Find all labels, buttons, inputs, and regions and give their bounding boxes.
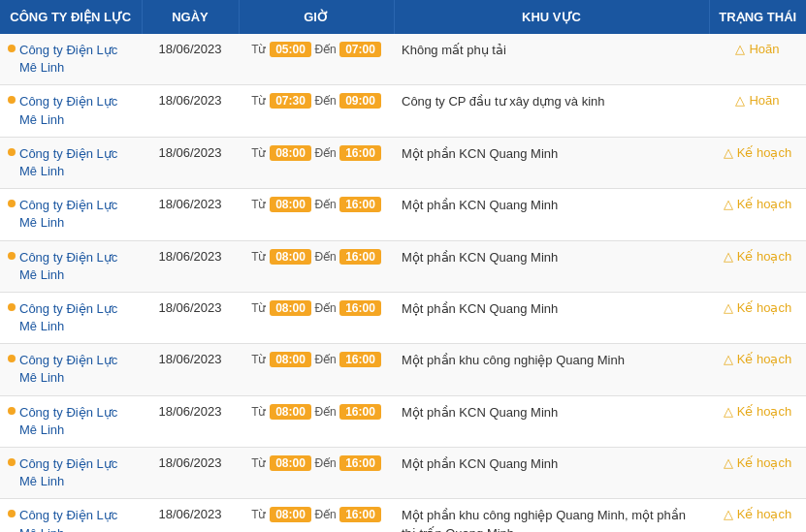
outage-table: CÔNG TY ĐIỆN LỰC NGÀY GIỜ KHU VỰC TRẠNG … [0, 0, 806, 532]
status-cell: △ Kế hoạch [709, 499, 806, 532]
to-time: 16:00 [339, 404, 381, 420]
time-cell: Từ 05:00 Đến 07:00 [239, 34, 394, 85]
status-cell: △ Hoãn [709, 85, 806, 137]
status-label: Kế hoạch [737, 507, 791, 521]
company-dot-icon [8, 458, 16, 466]
from-label: Từ [251, 198, 266, 211]
to-time: 16:00 [339, 455, 381, 471]
to-time: 07:00 [339, 42, 381, 57]
to-label: Đến [314, 250, 339, 264]
date-cell: 18/06/2023 [142, 240, 239, 292]
date-cell: 18/06/2023 [142, 499, 239, 532]
company-cell: Công ty Điện Lực Mê Linh [0, 85, 142, 137]
warning-icon: △ [735, 93, 745, 108]
header-area: KHU VỰC [394, 0, 709, 34]
status-label: Hoãn [749, 42, 779, 56]
status-cell: △ Kế hoạch [709, 395, 806, 447]
status-badge: △ Kế hoạch [724, 300, 791, 315]
warning-icon: △ [724, 404, 733, 419]
from-time: 08:00 [270, 404, 311, 420]
date-cell: 18/06/2023 [142, 344, 239, 395]
from-time: 08:00 [270, 197, 311, 212]
company-name: Công ty Điện Lực Mê Linh [19, 93, 134, 128]
to-time: 09:00 [339, 93, 381, 109]
company-name: Công ty Điện Lực Mê Linh [19, 42, 134, 77]
company-dot-icon [8, 355, 16, 362]
time-cell: Từ 08:00 Đến 16:00 [239, 240, 394, 292]
from-time: 08:00 [270, 145, 311, 161]
status-cell: △ Kế hoạch [709, 137, 806, 188]
to-time: 16:00 [339, 145, 381, 161]
status-badge: △ Kế hoạch [724, 404, 791, 419]
to-label: Đến [314, 146, 339, 160]
main-container: CÔNG TY ĐIỆN LỰC NGÀY GIỜ KHU VỰC TRẠNG … [0, 0, 806, 532]
date-cell: 18/06/2023 [142, 292, 239, 343]
date-cell: 18/06/2023 [142, 137, 239, 188]
table-row: Công ty Điện Lực Mê Linh 18/06/2023 Từ 0… [0, 34, 806, 85]
company-name: Công ty Điện Lực Mê Linh [19, 352, 134, 387]
area-cell: Công ty CP đầu tư xây dựng và kinh [394, 85, 709, 137]
from-time: 07:30 [270, 93, 311, 109]
from-time: 08:00 [270, 455, 311, 471]
company-cell: Công ty Điện Lực Mê Linh [0, 240, 142, 292]
time-cell: Từ 08:00 Đến 16:00 [239, 137, 394, 188]
from-label: Từ [251, 250, 266, 264]
area-cell: Một phần khu công nghiệp Quang Minh [394, 344, 709, 395]
company-cell: Công ty Điện Lực Mê Linh [0, 448, 142, 499]
status-cell: △ Kế hoạch [709, 292, 806, 343]
time-cell: Từ 08:00 Đến 16:00 [239, 292, 394, 343]
status-badge: △ Kế hoạch [724, 145, 791, 160]
header-company: CÔNG TY ĐIỆN LỰC [0, 0, 142, 34]
status-label: Kế hoạch [737, 197, 791, 211]
status-badge: △ Hoãn [735, 93, 779, 108]
company-dot-icon [8, 303, 16, 311]
company-cell: Công ty Điện Lực Mê Linh [0, 189, 142, 240]
company-dot-icon [8, 148, 16, 156]
to-time: 16:00 [339, 507, 381, 522]
company-dot-icon [8, 407, 16, 415]
area-cell: Không mất phụ tải [394, 34, 709, 85]
time-cell: Từ 08:00 Đến 16:00 [239, 499, 394, 532]
to-label: Đến [314, 353, 339, 366]
from-label: Từ [251, 405, 266, 419]
table-row: Công ty Điện Lực Mê Linh 18/06/2023 Từ 0… [0, 499, 806, 532]
from-label: Từ [251, 456, 266, 470]
company-name: Công ty Điện Lực Mê Linh [19, 145, 134, 180]
to-label: Đến [314, 405, 339, 419]
area-cell: Một phần KCN Quang Minh [394, 395, 709, 447]
status-badge: △ Kế hoạch [724, 455, 791, 470]
status-label: Hoãn [749, 93, 779, 108]
company-name: Công ty Điện Lực Mê Linh [19, 300, 134, 335]
area-cell: Một phần KCN Quang Minh [394, 448, 709, 499]
date-cell: 18/06/2023 [142, 189, 239, 240]
status-label: Kế hoạch [737, 145, 791, 160]
from-label: Từ [251, 353, 266, 366]
warning-icon: △ [724, 507, 733, 521]
from-time: 08:00 [270, 352, 311, 367]
table-row: Công ty Điện Lực Mê Linh 18/06/2023 Từ 0… [0, 137, 806, 188]
to-label: Đến [314, 456, 339, 470]
status-cell: △ Kế hoạch [709, 344, 806, 395]
company-dot-icon [8, 96, 16, 104]
warning-icon: △ [724, 145, 733, 160]
to-label: Đến [314, 301, 339, 315]
company-dot-icon [8, 510, 16, 517]
header-time: GIỜ [239, 0, 394, 34]
company-name: Công ty Điện Lực Mê Linh [19, 197, 134, 232]
area-cell: Một phần KCN Quang Minh [394, 137, 709, 188]
header-status: TRẠNG THÁI [709, 0, 806, 34]
from-label: Từ [251, 508, 266, 521]
status-cell: △ Kế hoạch [709, 240, 806, 292]
company-cell: Công ty Điện Lực Mê Linh [0, 395, 142, 447]
status-label: Kế hoạch [737, 352, 791, 366]
company-dot-icon [8, 252, 16, 260]
table-row: Công ty Điện Lực Mê Linh 18/06/2023 Từ 0… [0, 189, 806, 240]
from-label: Từ [251, 301, 266, 315]
to-label: Đến [314, 508, 339, 521]
to-label: Đến [314, 94, 339, 108]
from-time: 08:00 [270, 507, 311, 522]
to-label: Đến [314, 198, 339, 211]
time-cell: Từ 08:00 Đến 16:00 [239, 344, 394, 395]
to-label: Đến [314, 43, 339, 56]
warning-icon: △ [735, 42, 745, 56]
